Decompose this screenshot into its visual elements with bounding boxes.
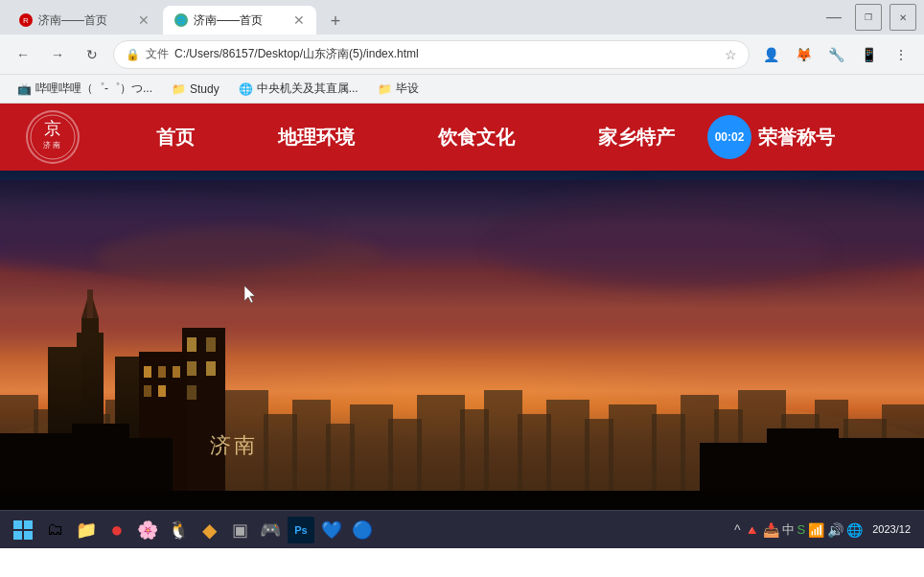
bookmark-central-label: 中央机关及其直属... <box>257 81 358 97</box>
app5-button[interactable]: ▣ <box>226 517 253 543</box>
folder2-icon: 📁 <box>378 82 392 96</box>
address-bar-icons: ☆ <box>725 47 737 62</box>
bookmarks-bar: 📺 哔哩哔哩（゜-゜）つ... 📁 Study 🌐 中央机关及其直属... 📁 … <box>0 75 924 104</box>
nav-links: 首页 地理环境 饮食文化 家乡特产 荣誉称号 <box>86 121 905 154</box>
windows-logo <box>12 519 35 542</box>
app2-button[interactable]: 🌸 <box>134 517 161 543</box>
svg-rect-41 <box>206 337 216 352</box>
title-bar: R 济南——首页 ✕ 🌐 济南——首页 ✕ + — ❐ ✕ <box>0 0 924 35</box>
address-file-icon: 🔒 <box>126 48 140 61</box>
profile-button[interactable]: 👤 <box>757 41 784 68</box>
reload-button[interactable]: ↻ <box>79 41 105 68</box>
tray-icon1[interactable]: 🔺 <box>744 522 760 538</box>
tab2-label: 济南——首页 <box>194 12 288 29</box>
browser-window: R 济南——首页 ✕ 🌐 济南——首页 ✕ + — ❐ ✕ ← → ↻ 🔒 文件… <box>0 0 924 577</box>
folder-icon: 📁 <box>172 82 186 96</box>
address-prefix: 文件 <box>146 46 169 62</box>
ps-button[interactable]: Ps <box>288 517 314 543</box>
svg-rect-61 <box>24 520 33 529</box>
svg-rect-36 <box>87 289 93 318</box>
nav-geography[interactable]: 地理环境 <box>263 121 370 154</box>
app4-button[interactable]: ◆ <box>196 517 222 543</box>
bookmark-thesis-label: 毕设 <box>396 81 419 97</box>
tray-expand[interactable]: ^ <box>734 522 741 538</box>
nav-home[interactable]: 首页 <box>141 121 210 154</box>
nav-food[interactable]: 饮食文化 <box>423 121 530 154</box>
chrome-button[interactable]: 🔵 <box>349 517 376 543</box>
sound-icon[interactable]: 🔊 <box>827 522 843 538</box>
nav-honor[interactable]: 荣誉称号 <box>743 121 850 154</box>
toolbar: ← → ↻ 🔒 文件 C:/Users/86157/Desktop/山东济南(5… <box>0 35 924 75</box>
svg-rect-49 <box>144 385 151 397</box>
svg-rect-40 <box>187 337 196 352</box>
app6-button[interactable]: 🎮 <box>257 517 284 543</box>
minimize-button[interactable]: — <box>820 4 847 31</box>
taskview-button[interactable]: 🗂 <box>42 517 69 543</box>
svg-text:济南: 济南 <box>43 141 62 150</box>
svg-rect-44 <box>187 385 196 400</box>
start-button[interactable] <box>8 515 38 545</box>
svg-rect-57 <box>0 491 924 510</box>
menu-button[interactable]: ⋮ <box>888 41 914 68</box>
tab1-label: 济南——首页 <box>38 12 132 29</box>
taskbar-right: ^ 🔺 📥 中 S 📶 🔊 🌐 2023/12 <box>734 521 916 539</box>
address-bar[interactable]: 🔒 文件 C:/Users/86157/Desktop/山东济南(5)/inde… <box>113 40 750 69</box>
tab2-close[interactable]: ✕ <box>293 12 305 28</box>
city-skyline-svg: 济 南 <box>0 261 924 510</box>
qq-button[interactable]: 🐧 <box>165 517 192 543</box>
bookmark-study-label: Study <box>190 82 219 96</box>
new-tab-button[interactable]: + <box>322 8 349 35</box>
timer-badge: 00:02 <box>707 115 751 159</box>
svg-rect-43 <box>206 361 216 376</box>
bookmark-central[interactable]: 🌐 中央机关及其直属... <box>231 79 366 99</box>
close-button[interactable]: ✕ <box>889 4 916 31</box>
bookmark-bilibili[interactable]: 📺 哔哩哔哩（゜-゜）つ... <box>10 79 160 99</box>
clock[interactable]: 2023/12 <box>866 522 916 536</box>
navigation-bar: 京 济南 首页 地理环境 饮食文化 家乡特产 荣誉称号 00:02 <box>0 104 924 171</box>
svg-rect-63 <box>24 531 33 540</box>
bookmark-bilibili-label: 哔哩哔哩（゜-゜）つ... <box>35 81 152 97</box>
globe-icon: 🌐 <box>239 82 253 96</box>
extension1-button[interactable]: 🦊 <box>790 41 817 68</box>
forward-button[interactable]: → <box>44 41 71 68</box>
svg-rect-60 <box>13 520 22 529</box>
svg-rect-46 <box>144 366 151 378</box>
back-button[interactable]: ← <box>10 41 36 68</box>
bookmark-thesis[interactable]: 📁 毕设 <box>370 79 427 99</box>
tab-2[interactable]: 🌐 济南——首页 ✕ <box>163 6 316 35</box>
tab1-close[interactable]: ✕ <box>138 12 150 28</box>
system-tray: ^ 🔺 📥 中 S 📶 🔊 🌐 <box>734 521 863 539</box>
extension3-button[interactable]: 📱 <box>855 41 882 68</box>
star-icon[interactable]: ☆ <box>725 47 737 62</box>
vscode-button[interactable]: 💙 <box>318 517 345 543</box>
hero-image: 济 南 <box>0 171 924 510</box>
address-text: C:/Users/86157/Desktop/山东济南(5)/index.htm… <box>174 46 419 62</box>
tab-1[interactable]: R 济南——首页 ✕ <box>8 6 161 35</box>
tab1-favicon: R <box>19 13 33 27</box>
bilibili-icon: 📺 <box>17 82 32 96</box>
extension2-button[interactable]: 🔧 <box>822 41 849 68</box>
tray-icon2[interactable]: 📥 <box>763 522 779 538</box>
bookmark-study[interactable]: 📁 Study <box>164 81 227 98</box>
svg-rect-47 <box>158 366 166 378</box>
svg-rect-62 <box>13 531 22 540</box>
tab2-favicon: 🌐 <box>174 13 188 27</box>
explorer-button[interactable]: 📁 <box>73 517 100 543</box>
svg-rect-42 <box>187 361 196 376</box>
svg-rect-48 <box>173 366 180 378</box>
site-logo: 京 济南 <box>26 110 80 164</box>
wifi-icon[interactable]: 📶 <box>808 522 824 538</box>
logo-svg: 京 济南 <box>29 113 77 161</box>
network-icon[interactable]: 🌐 <box>846 522 863 538</box>
taskbar: 🗂 📁 ● 🌸 🐧 ◆ ▣ 🎮 Ps 💙 🔵 ^ 🔺 📥 中 S 📶 🔊 <box>0 510 924 548</box>
webpage: 京 济南 首页 地理环境 饮食文化 家乡特产 荣誉称号 00:02 <box>0 104 924 577</box>
ime-icon[interactable]: 中 <box>782 521 795 539</box>
svg-text:南: 南 <box>234 433 255 457</box>
nav-specialty[interactable]: 家乡特产 <box>583 121 690 154</box>
svg-text:济: 济 <box>210 433 231 457</box>
toolbar-right: 👤 🦊 🔧 📱 ⋮ <box>757 41 914 68</box>
tab-group: R 济南——首页 ✕ 🌐 济南——首页 ✕ + <box>8 0 349 35</box>
app1-button[interactable]: ● <box>104 517 130 543</box>
ime-icon2[interactable]: S <box>797 522 806 537</box>
maximize-button[interactable]: ❐ <box>855 4 882 31</box>
